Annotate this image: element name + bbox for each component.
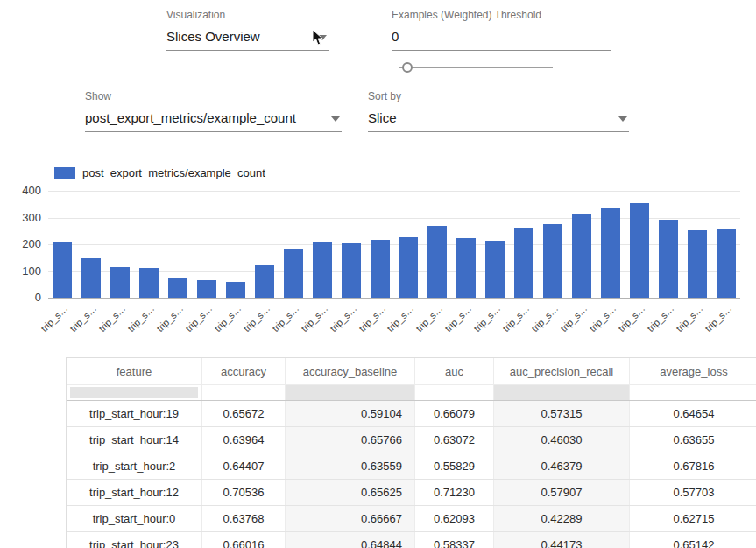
y-tick-label: 300 [4,211,41,224]
show-selected-value: post_export_metrics/example_count [85,110,296,125]
bar[interactable] [485,241,505,298]
metric-cell: 0.64654 [630,401,756,426]
bar[interactable] [313,242,332,298]
metric-cell: 0.63964 [202,427,286,453]
metric-cell: 0.65766 [286,427,415,453]
feature-cell: trip_start_hour:14 [67,427,202,453]
table-row: trip_start_hour:190.656720.591040.660790… [67,401,756,427]
chevron-down-icon [331,116,340,122]
column-header-accuracy_baseline[interactable]: accuracy_baseline [286,358,415,384]
metric-cell: 0.46030 [494,427,630,453]
bar[interactable] [110,267,130,298]
slider-handle[interactable] [402,62,413,73]
bar[interactable] [255,265,274,298]
filter-input[interactable] [70,387,198,398]
metric-cell: 0.58337 [415,532,494,548]
table-row: trip_start_hour:00.637680.666670.620930.… [67,506,756,532]
bar[interactable] [226,282,245,298]
visualization-selected-value: Slices Overview [166,29,260,44]
threshold-label: Examples (Weighted) Threshold [392,9,611,21]
filter-cell [286,384,415,400]
metric-cell: 0.62093 [415,506,494,531]
threshold-control: Examples (Weighted) Threshold 0 [392,9,611,51]
metric-cell: 0.55829 [415,453,494,479]
chart-legend: post_export_metrics/example_count [54,166,265,179]
gridline [48,191,740,192]
sort-dropdown[interactable]: Slice [368,110,629,132]
y-tick-label: 200 [4,237,41,250]
column-header-accuracy[interactable]: accuracy [202,358,286,384]
metric-cell: 0.65625 [286,480,415,505]
bar[interactable] [342,243,361,298]
show-control: Show post_export_metrics/example_count [85,90,342,132]
bar[interactable] [284,249,303,298]
feature-cell: trip_start_hour:2 [67,453,202,479]
metric-cell: 0.65672 [202,401,286,426]
sort-control: Sort by Slice [368,90,629,132]
metric-cell: 0.57703 [630,480,756,505]
slider-track[interactable] [399,67,553,68]
y-tick-label: 400 [4,184,41,197]
bar[interactable] [399,237,418,298]
bar[interactable] [688,230,707,298]
bar[interactable] [168,278,187,298]
y-tick-label: 100 [4,264,41,278]
metric-cell: 0.66079 [415,401,494,426]
sort-label: Sort by [368,90,629,102]
column-header-auc_precision_recall[interactable]: auc_precision_recall [494,358,630,384]
bar[interactable] [514,228,533,298]
table-body: trip_start_hour:190.656720.591040.660790… [67,401,756,548]
filter-input[interactable] [498,387,625,398]
slices-overview-chart: post_export_metrics/example_count 400300… [26,166,749,350]
filter-input[interactable] [289,387,411,398]
column-header-auc[interactable]: auc [415,358,494,384]
bar-plot: 4003002001000trip_s…trip_s…trip_s…trip_s… [48,191,740,298]
bar[interactable] [456,238,476,298]
threshold-input[interactable]: 0 [392,29,611,51]
filter-cell [494,384,630,400]
metric-cell: 0.67816 [630,453,756,479]
show-label: Show [85,90,342,102]
visualization-dropdown[interactable]: Slices Overview [166,29,329,51]
metric-cell: 0.65142 [630,532,756,548]
column-header-feature[interactable]: feature [67,358,202,384]
filter-cell [202,384,286,400]
filter-cell [630,384,756,400]
bar[interactable] [601,208,620,298]
bar[interactable] [139,268,159,298]
metric-cell: 0.63072 [415,427,494,453]
bar[interactable] [717,229,736,298]
bar[interactable] [371,240,390,298]
bar[interactable] [572,214,591,298]
metric-cell: 0.71230 [415,480,494,505]
metric-cell: 0.63559 [286,453,415,479]
feature-cell: trip_start_hour:12 [67,480,202,505]
bar[interactable] [197,280,216,298]
slicing-metrics-browser: Visualization Slices Overview Examples (… [0,0,756,548]
filter-cell [67,384,202,400]
column-header-average_loss[interactable]: average_loss [630,358,756,384]
show-dropdown[interactable]: post_export_metrics/example_count [85,110,342,132]
table-header-row: featureaccuracyaccuracy_baselineaucauc_p… [67,358,756,384]
table-row: trip_start_hour:20.644070.635590.558290.… [67,453,756,480]
metric-cell: 0.70536 [202,480,286,505]
table-row: trip_start_hour:230.660160.648440.583370… [67,532,756,548]
metric-cell: 0.64844 [286,532,415,548]
gridline [48,298,740,299]
bar[interactable] [53,242,72,298]
bar[interactable] [81,258,101,298]
metric-cell: 0.63655 [630,427,756,453]
bar[interactable] [427,226,447,298]
metric-cell: 0.62715 [630,506,756,531]
metric-cell: 0.57907 [494,480,630,505]
bar[interactable] [543,224,562,298]
bar[interactable] [630,203,649,298]
y-tick-label: 0 [4,291,41,304]
bar[interactable] [659,220,678,298]
threshold-slider[interactable] [399,61,553,74]
feature-cell: trip_start_hour:23 [67,532,202,548]
metrics-table: featureaccuracyaccuracy_baselineaucauc_p… [66,357,756,548]
sort-selected-value: Slice [368,110,397,125]
table-filter-row [67,384,756,401]
metric-cell: 0.63768 [202,506,286,531]
